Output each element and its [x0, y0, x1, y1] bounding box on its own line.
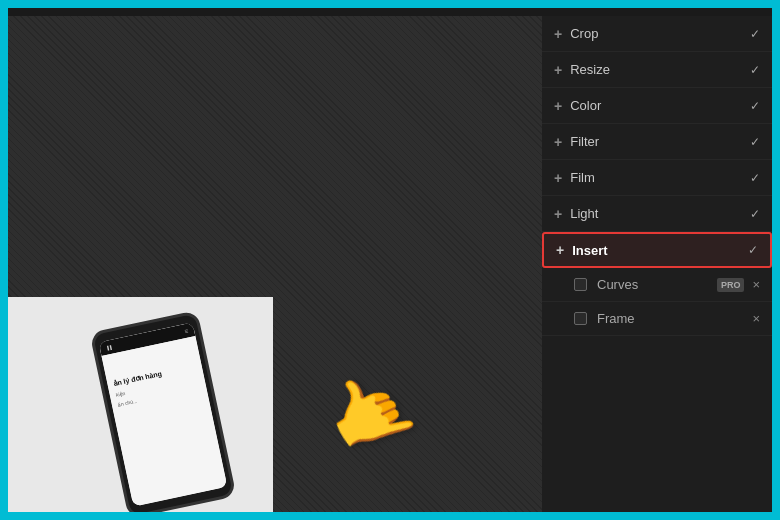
close-icon-curves[interactable]: × — [752, 277, 760, 292]
panel-item-insert[interactable]: + Insert ✓ — [542, 232, 772, 268]
curves-label: Curves — [597, 277, 717, 292]
plus-icon-light: + — [554, 206, 562, 222]
phone-content: ản lý đơn hàng kiện ần chú... — [101, 336, 227, 507]
light-label: Light — [570, 206, 750, 221]
plus-icon-crop: + — [554, 26, 562, 42]
app-window: ▐▐ ☰ ản lý đơn hàng kiện ần chú... — [8, 8, 772, 512]
panel-item-film[interactable]: + Film ✓ — [542, 160, 772, 196]
resize-label: Resize — [570, 62, 750, 77]
check-icon-filter: ✓ — [750, 135, 760, 149]
filter-label: Filter — [570, 134, 750, 149]
pro-badge-curves: PRO — [717, 278, 745, 292]
image-preview: ▐▐ ☰ ản lý đơn hàng kiện ần chú... — [8, 297, 273, 512]
plus-icon-insert: + — [556, 242, 564, 258]
check-icon-film: ✓ — [750, 171, 760, 185]
checkbox-curves[interactable] — [574, 278, 587, 291]
check-icon-insert: ✓ — [748, 243, 758, 257]
insert-label: Insert — [572, 243, 748, 258]
right-panel: + Crop ✓ + Resize ✓ + Color ✓ + Filter ✓ — [542, 16, 772, 512]
canvas-area: ▐▐ ☰ ản lý đơn hàng kiện ần chú... — [8, 16, 542, 512]
plus-icon-filter: + — [554, 134, 562, 150]
check-icon-color: ✓ — [750, 99, 760, 113]
panel-item-crop[interactable]: + Crop ✓ — [542, 16, 772, 52]
crop-label: Crop — [570, 26, 750, 41]
panel-item-curves[interactable]: Curves PRO × — [542, 268, 772, 302]
panel-item-light[interactable]: + Light ✓ — [542, 196, 772, 232]
panel-item-frame[interactable]: Frame × — [542, 302, 772, 336]
panel-item-resize[interactable]: + Resize ✓ — [542, 52, 772, 88]
plus-icon-color: + — [554, 98, 562, 114]
close-icon-frame[interactable]: × — [752, 311, 760, 326]
color-label: Color — [570, 98, 750, 113]
panel-item-filter[interactable]: + Filter ✓ — [542, 124, 772, 160]
check-icon-crop: ✓ — [750, 27, 760, 41]
image-preview-inner: ▐▐ ☰ ản lý đơn hàng kiện ần chú... — [8, 297, 273, 512]
frame-label: Frame — [597, 311, 752, 326]
main-area: ▐▐ ☰ ản lý đơn hàng kiện ần chú... — [8, 16, 772, 512]
plus-icon-resize: + — [554, 62, 562, 78]
checkbox-frame[interactable] — [574, 312, 587, 325]
top-bar — [8, 8, 772, 16]
check-icon-resize: ✓ — [750, 63, 760, 77]
check-icon-light: ✓ — [750, 207, 760, 221]
panel-item-color[interactable]: + Color ✓ — [542, 88, 772, 124]
hand-pointer-icon: 🤙 — [310, 354, 426, 469]
film-label: Film — [570, 170, 750, 185]
plus-icon-film: + — [554, 170, 562, 186]
